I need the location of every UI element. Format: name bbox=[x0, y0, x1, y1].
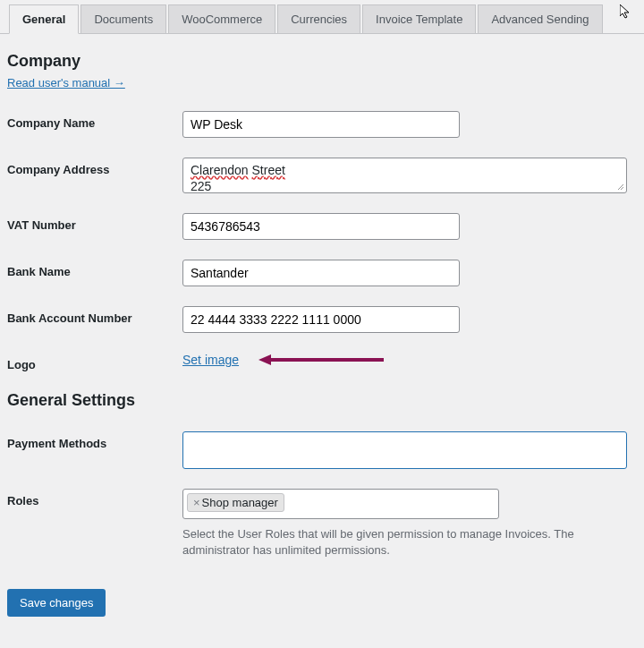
svg-marker-1 bbox=[258, 354, 271, 365]
role-tag: ×Shop manager bbox=[187, 493, 284, 512]
label-company-address: Company Address bbox=[7, 158, 182, 176]
section-company-heading: Company bbox=[7, 52, 637, 71]
tab-general[interactable]: General bbox=[9, 4, 79, 34]
roles-description: Select the User Roles that will be given… bbox=[182, 526, 630, 558]
select-roles[interactable]: ×Shop manager bbox=[182, 489, 499, 519]
content-area: Company Read user's manual → Company Nam… bbox=[0, 34, 644, 624]
textarea-company-address[interactable]: Clarendon Street 225 bbox=[182, 158, 627, 193]
set-image-link[interactable]: Set image bbox=[182, 353, 239, 367]
tab-advanced-sending[interactable]: Advanced Sending bbox=[478, 4, 602, 33]
manual-link[interactable]: Read user's manual → bbox=[7, 76, 125, 90]
label-payment-methods: Payment Methods bbox=[7, 431, 182, 450]
save-button[interactable]: Save changes bbox=[7, 589, 106, 617]
tab-invoice-template[interactable]: Invoice Template bbox=[362, 4, 476, 33]
label-vat-number: VAT Number bbox=[7, 213, 182, 232]
input-bank-name[interactable] bbox=[182, 260, 460, 286]
label-bank-account-number: Bank Account Number bbox=[7, 306, 182, 325]
tab-currencies[interactable]: Currencies bbox=[277, 4, 360, 33]
label-roles: Roles bbox=[7, 489, 182, 507]
arrow-annotation-icon bbox=[258, 354, 384, 369]
tabs-nav: General Documents WooCommerce Currencies… bbox=[0, 0, 644, 34]
label-company-name: Company Name bbox=[7, 111, 182, 130]
tab-woocommerce[interactable]: WooCommerce bbox=[168, 4, 275, 33]
section-general-settings-heading: General Settings bbox=[7, 391, 637, 410]
resize-handle-icon[interactable] bbox=[616, 183, 625, 192]
input-bank-account-number[interactable] bbox=[182, 306, 460, 333]
remove-role-icon[interactable]: × bbox=[193, 496, 200, 509]
tab-documents[interactable]: Documents bbox=[80, 4, 166, 33]
input-company-name[interactable] bbox=[182, 111, 460, 138]
role-tag-label: Shop manager bbox=[202, 496, 278, 509]
label-bank-name: Bank Name bbox=[7, 260, 182, 278]
input-vat-number[interactable] bbox=[182, 213, 460, 240]
label-logo: Logo bbox=[7, 353, 182, 371]
select-payment-methods[interactable] bbox=[182, 431, 627, 469]
